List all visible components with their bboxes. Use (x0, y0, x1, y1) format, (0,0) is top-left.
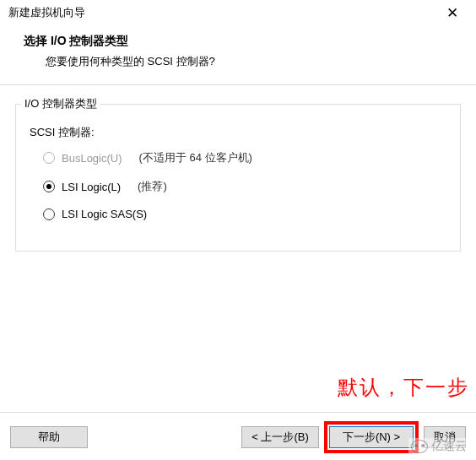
io-controller-group: I/O 控制器类型 SCSI 控制器: BusLogic(U) (不适用于 64… (15, 104, 461, 252)
radio-icon (43, 181, 55, 192)
radio-label-lsisas: LSI Logic SAS(S) (62, 208, 147, 220)
window-title: 新建虚拟机向导 (8, 5, 85, 20)
watermark-icon (411, 440, 428, 453)
annotation-text: 默认，下一步 (338, 374, 469, 401)
close-icon: ✕ (446, 4, 458, 22)
wizard-header: 选择 I/O 控制器类型 您要使用何种类型的 SCSI 控制器? (0, 25, 476, 81)
group-legend: I/O 控制器类型 (21, 96, 100, 111)
wizard-footer: 帮助 < 上一步(B) 下一步(N) > 取消 (0, 412, 476, 453)
radio-label-buslogic: BusLogic(U) (62, 152, 122, 165)
radio-label-lsilogic: LSI Logic(L) (62, 181, 121, 193)
radio-icon (43, 208, 55, 220)
scsi-label: SCSI 控制器: (30, 125, 448, 140)
titlebar: 新建虚拟机向导 ✕ (0, 0, 476, 25)
radio-lsilogic[interactable]: LSI Logic(L) (推荐) (43, 179, 448, 194)
close-button[interactable]: ✕ (435, 1, 469, 24)
content-area: I/O 控制器类型 SCSI 控制器: BusLogic(U) (不适用于 64… (0, 85, 476, 252)
radio-hint-lsilogic: (推荐) (138, 179, 167, 194)
radio-lsisas[interactable]: LSI Logic SAS(S) (43, 208, 448, 220)
page-subheading: 您要使用何种类型的 SCSI 控制器? (24, 54, 468, 69)
radio-hint-buslogic: (不适用于 64 位客户机) (139, 150, 252, 165)
radio-icon (43, 152, 55, 164)
radio-dot-icon (46, 184, 51, 189)
next-button[interactable]: 下一步(N) > (329, 426, 414, 448)
radio-buslogic: BusLogic(U) (不适用于 64 位客户机) (43, 150, 448, 165)
watermark-text: 亿速云 (431, 439, 467, 454)
back-button[interactable]: < 上一步(B) (241, 426, 319, 448)
watermark: 亿速云 (408, 438, 469, 455)
help-button[interactable]: 帮助 (10, 426, 88, 448)
page-heading: 选择 I/O 控制器类型 (24, 34, 468, 49)
next-button-highlight: 下一步(N) > (324, 421, 419, 453)
